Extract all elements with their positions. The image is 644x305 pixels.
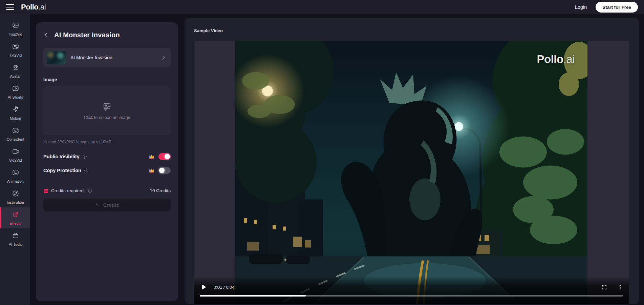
sidebar-item-label: Inspiration — [7, 200, 24, 204]
sidebar-item-label: Img2Vid — [8, 32, 22, 36]
image-upload-dropzone[interactable]: Click to upload an image — [43, 86, 171, 135]
premium-crown-icon — [149, 168, 154, 173]
sample-video-label: Sample Video — [194, 28, 223, 33]
sidebar-item-label: Avatar — [10, 74, 21, 78]
info-icon[interactable] — [84, 168, 89, 173]
sample-video-frame[interactable]: Pollo.ai — [235, 41, 587, 304]
back-button[interactable] — [43, 32, 49, 38]
video-controls: 0:01 / 0:04 — [194, 276, 629, 304]
vid2vid-icon — [12, 148, 19, 157]
upload-hint: Upload JPG/PNG images up to 10MB. — [43, 140, 171, 144]
sidebar-item-label: AI Tools — [9, 242, 22, 246]
public-visibility-toggle[interactable] — [158, 153, 171, 160]
sidebar-item-avatar[interactable]: Avatar — [0, 60, 30, 81]
start-for-free-button[interactable]: Start for Free — [596, 2, 638, 13]
brand-logo[interactable]: Pollo.ai — [21, 3, 46, 12]
sidebar-item-inspiration[interactable]: Inspiration — [0, 186, 30, 207]
sidebar-item-label: Animation — [7, 179, 24, 183]
play-button[interactable] — [202, 284, 206, 290]
consistent-icon — [12, 127, 19, 136]
ai-tools-icon — [12, 232, 19, 241]
create-button[interactable]: Create — [43, 199, 171, 211]
credits-row: Credits required: 10 Credits — [43, 188, 171, 193]
sidebar-item-vid2vid[interactable]: Vid2Vid — [0, 144, 30, 165]
login-link[interactable]: Login — [575, 4, 587, 10]
public-visibility-row: Public Visibility — [43, 153, 171, 160]
sidebar-item-label: Txt2Vid — [9, 53, 22, 57]
animation-icon — [12, 169, 19, 178]
sparkle-icon — [94, 202, 100, 208]
info-icon[interactable] — [88, 188, 92, 193]
sidebar-item-label: Consistent — [7, 137, 24, 141]
sidebar-item-label: Vid2Vid — [9, 158, 22, 162]
video-player: Pollo.ai 0:01 / 0:04 — [194, 41, 629, 304]
sidebar-nav: Img2VidTxt2VidAvatarAI ShortsMotionConsi… — [0, 14, 30, 305]
sidebar-item-animation[interactable]: Animation — [0, 165, 30, 186]
app-window: Pollo.ai Login Start for Free Img2VidTxt… — [0, 0, 644, 305]
credits-value: 10 Credits — [150, 188, 171, 193]
sidebar-item-motion[interactable]: Motion — [0, 102, 30, 123]
copy-protection-toggle[interactable] — [158, 167, 171, 174]
img2vid-icon — [12, 22, 19, 30]
inspiration-icon — [12, 190, 19, 199]
panel-header: AI Monster Invasion — [43, 31, 171, 39]
effect-settings-panel: AI Monster Invasion AI Monster Invasion … — [36, 22, 178, 301]
sidebar-item-label: Effects — [10, 221, 21, 225]
effects-icon — [12, 211, 19, 220]
progress-bar[interactable] — [200, 295, 623, 297]
sidebar-item-txt2vid[interactable]: Txt2Vid — [0, 39, 30, 60]
sidebar-item-label: Motion — [10, 116, 21, 120]
ai-shorts-icon — [12, 85, 19, 94]
effect-name: AI Monster Invasion — [70, 55, 156, 60]
effect-selector-card[interactable]: AI Monster Invasion — [43, 48, 171, 67]
progress-played — [200, 295, 306, 297]
info-icon[interactable] — [82, 154, 87, 159]
avatar-icon — [12, 64, 19, 73]
sidebar-item-effects[interactable]: Effects — [0, 207, 30, 228]
upload-instruction: Click to upload an image — [84, 115, 130, 120]
sidebar-item-img2vid[interactable]: Img2Vid — [0, 18, 30, 39]
motion-icon — [12, 106, 19, 115]
video-scene-illustration — [235, 41, 587, 304]
fullscreen-icon[interactable] — [601, 284, 607, 290]
top-bar: Pollo.ai Login Start for Free — [0, 0, 644, 14]
sidebar-item-consistent[interactable]: Consistent — [0, 123, 30, 144]
sidebar-item-ai-tools[interactable]: AI Tools — [0, 228, 30, 249]
pollo-watermark: Pollo.ai — [537, 53, 575, 66]
time-display: 0:01 / 0:04 — [214, 285, 234, 290]
sample-video-card: Sample Video — [185, 18, 639, 304]
image-plus-icon — [103, 102, 111, 111]
credits-label: Credits required: — [51, 188, 85, 193]
image-section-label: Image — [43, 77, 171, 82]
page-title: AI Monster Invasion — [54, 31, 120, 39]
premium-crown-icon — [149, 154, 154, 159]
hamburger-menu-icon[interactable] — [6, 4, 14, 10]
sidebar-item-label: AI Shorts — [8, 95, 23, 99]
chevron-left-icon — [43, 33, 49, 38]
txt2vid-icon — [12, 43, 19, 52]
copy-protection-row: Copy Protection — [43, 167, 171, 174]
chevron-right-icon — [161, 55, 166, 60]
overflow-menu-icon[interactable] — [617, 284, 623, 290]
effect-thumbnail — [47, 51, 66, 64]
sidebar-item-ai-shorts[interactable]: AI Shorts — [0, 81, 30, 102]
credits-coin-icon — [43, 188, 48, 193]
